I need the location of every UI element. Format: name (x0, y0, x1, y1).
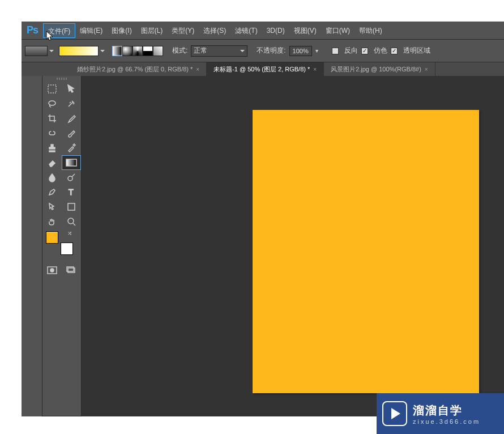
move-tool[interactable] (62, 82, 81, 96)
blend-mode-select[interactable]: 正常 (191, 45, 247, 57)
left-gutter (22, 76, 42, 416)
menu-help[interactable]: 帮助(H) (354, 23, 387, 38)
gradient-diamond-button[interactable] (153, 46, 163, 56)
mode-label: 模式: (172, 46, 187, 56)
close-icon[interactable]: × (196, 66, 199, 73)
document-tab-label: 风景图片2.jpg @ 100%(RGB/8#) (331, 65, 421, 74)
transparency-label: 透明区域 (403, 46, 430, 56)
dither-label: 仿色 (374, 46, 387, 56)
document-tab-3[interactable]: 风景图片2.jpg @ 100%(RGB/8#) × (324, 62, 435, 76)
screenmode-tool[interactable] (62, 263, 81, 278)
reverse-checkbox[interactable] (332, 48, 339, 54)
gradient-linear-button[interactable] (112, 46, 122, 56)
app-logo: Ps (22, 22, 43, 40)
canvas-area[interactable] (82, 76, 504, 416)
menu-type[interactable]: 类型(Y) (167, 23, 199, 38)
svg-rect-6 (68, 203, 75, 210)
transparency-checkbox[interactable] (391, 48, 398, 54)
menu-bar: 文件(F) 编辑(E) 图像(I) 图层(L) 类型(Y) 选择(S) 滤镜(T… (43, 22, 387, 40)
watermark-title: 溜溜自学 (413, 403, 480, 418)
svg-point-9 (50, 269, 54, 272)
opacity-input[interactable]: 100% (289, 46, 312, 56)
document-tab-1[interactable]: 婚纱照片2.jpg @ 66.7% (图层 0, RGB/8) * × (70, 62, 207, 76)
opacity-label: 不透明度: (257, 46, 285, 56)
gradient-tool[interactable] (62, 155, 81, 170)
tool-preset-picker[interactable] (25, 46, 48, 56)
document-tab-label: 未标题-1 @ 50% (图层 2, RGB/8) * (213, 65, 310, 74)
menu-filter[interactable]: 滤镜(T) (230, 23, 262, 38)
shape-tool[interactable] (62, 199, 81, 214)
opacity-dropdown-icon[interactable]: ▾ (315, 48, 318, 54)
eraser-tool[interactable] (42, 155, 62, 170)
svg-rect-3 (66, 159, 76, 166)
stamp-tool[interactable] (42, 141, 62, 155)
watermark-url: zixue.3d66.com (413, 418, 480, 425)
reverse-label: 反向 (344, 46, 358, 56)
gradient-angle-button[interactable] (133, 46, 143, 56)
gradient-reflected-button[interactable] (143, 46, 153, 56)
menu-select[interactable]: 选择(S) (199, 23, 230, 38)
background-color[interactable] (61, 242, 73, 255)
zoom-tool[interactable] (62, 214, 81, 229)
document-tab-label: 婚纱照片2.jpg @ 66.7% (图层 0, RGB/8) * (77, 65, 193, 74)
svg-rect-0 (48, 85, 56, 93)
color-swatches: ⤭ (46, 231, 65, 250)
artboard[interactable] (253, 110, 479, 393)
hand-tool[interactable] (42, 214, 62, 229)
path-select-tool[interactable] (42, 199, 62, 214)
play-icon (382, 401, 407, 426)
options-bar: 模式: 正常 不透明度: 100% ▾ 反向 仿色 透明区域 (22, 40, 504, 62)
wand-tool[interactable] (62, 96, 81, 111)
watermark-badge: 溜溜自学 zixue.3d66.com (377, 393, 504, 434)
menu-window[interactable]: 窗口(W) (321, 23, 354, 38)
svg-point-1 (49, 101, 55, 105)
svg-point-4 (68, 176, 72, 181)
menu-file[interactable]: 文件(F) (43, 23, 75, 38)
gradient-radial-button[interactable] (122, 46, 133, 56)
dodge-tool[interactable] (62, 170, 81, 185)
swap-colors-icon[interactable]: ⤭ (67, 230, 72, 236)
lasso-tool[interactable] (42, 96, 62, 111)
panel-grip[interactable] (42, 76, 81, 82)
close-icon[interactable]: × (313, 66, 317, 73)
gradient-picker[interactable] (59, 46, 99, 56)
type-tool[interactable]: T (62, 185, 81, 199)
menu-view[interactable]: 视图(V) (289, 23, 321, 38)
quickmask-tool[interactable] (42, 263, 62, 278)
document-tabs: 婚纱照片2.jpg @ 66.7% (图层 0, RGB/8) * × 未标题-… (22, 62, 504, 76)
blur-tool[interactable] (42, 170, 62, 185)
crop-tool[interactable] (42, 111, 62, 126)
menu-3d[interactable]: 3D(D) (262, 23, 289, 38)
svg-text:T: T (69, 188, 74, 197)
gradient-type-group (112, 46, 163, 56)
svg-point-7 (68, 218, 74, 224)
pen-tool[interactable] (42, 185, 62, 199)
marquee-tool[interactable] (42, 82, 62, 96)
title-bar: Ps 文件(F) 编辑(E) 图像(I) 图层(L) 类型(Y) 选择(S) 滤… (22, 22, 504, 40)
menu-layer[interactable]: 图层(L) (136, 23, 168, 38)
eyedropper-tool[interactable] (62, 111, 81, 126)
dither-checkbox[interactable] (361, 48, 368, 54)
close-icon[interactable]: × (425, 66, 428, 73)
tools-panel: T ⤭ (42, 76, 82, 416)
brush-tool[interactable] (62, 126, 81, 141)
menu-edit[interactable]: 编辑(E) (75, 23, 107, 38)
healing-tool[interactable] (42, 126, 62, 141)
foreground-color[interactable] (46, 231, 58, 244)
history-brush-tool[interactable] (62, 141, 81, 155)
photoshop-app-window: Ps 文件(F) 编辑(E) 图像(I) 图层(L) 类型(Y) 选择(S) 滤… (22, 22, 504, 416)
workspace: T ⤭ (22, 76, 504, 416)
menu-image[interactable]: 图像(I) (107, 23, 136, 38)
document-tab-2[interactable]: 未标题-1 @ 50% (图层 2, RGB/8) * × (207, 62, 324, 76)
